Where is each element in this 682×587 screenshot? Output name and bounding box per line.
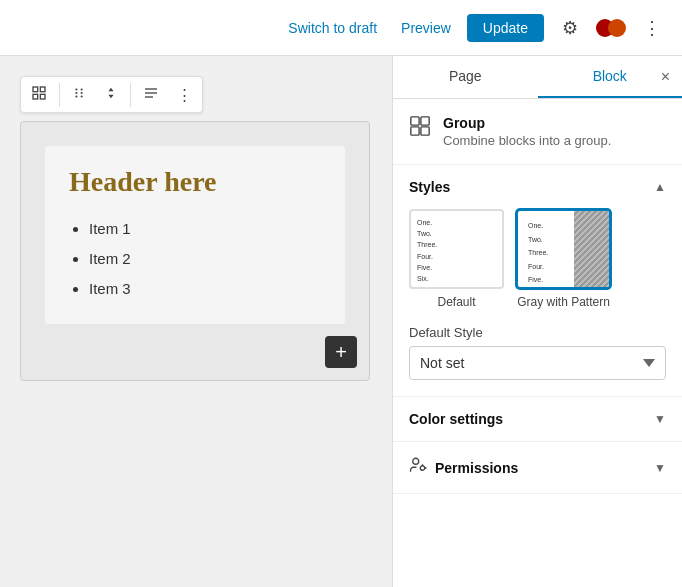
list-item: Item 3: [89, 274, 321, 304]
group-info: Group Combine blocks into a group.: [393, 99, 682, 165]
add-block-button[interactable]: +: [325, 336, 357, 368]
preview-line-gp: Two.: [528, 235, 603, 246]
color-settings-left: Color settings: [409, 411, 503, 427]
ellipsis-icon: ⋮: [643, 17, 661, 39]
preview-line: Five.: [417, 262, 496, 273]
svg-point-7: [81, 92, 83, 94]
list-item: Item 1: [89, 214, 321, 244]
panel-tabs: Page Block ×: [393, 56, 682, 99]
preview-line-gp: Three.: [528, 248, 603, 259]
svg-rect-14: [421, 117, 429, 125]
default-style-select[interactable]: Not set Default Gray with Pattern: [409, 346, 666, 380]
group-icon: [31, 85, 47, 104]
styles-label: Styles: [409, 179, 450, 195]
group-block-button[interactable]: [23, 79, 55, 110]
permissions-chevron-icon: ▼: [654, 461, 666, 475]
preview-line: Four.: [417, 251, 496, 262]
more-options-button[interactable]: ⋮: [634, 10, 670, 46]
preview-line: Six.: [417, 273, 496, 284]
permissions-row[interactable]: Permissions ▼: [393, 442, 682, 494]
preview-line-gp: Four.: [528, 262, 603, 273]
color-settings-label: Color settings: [409, 411, 503, 427]
default-style-label: Default: [437, 295, 475, 309]
content-block: Header here Item 1 Item 2 Item 3 +: [20, 121, 370, 381]
color-settings-row[interactable]: Color settings ▼: [393, 397, 682, 442]
svg-rect-16: [421, 127, 429, 135]
styles-section-body: One. Two. Three. Four. Five. Six. Defaul…: [393, 209, 682, 396]
styles-section-header[interactable]: Styles ▲: [393, 165, 682, 209]
svg-rect-3: [40, 94, 45, 99]
group-desc-text: Combine blocks into a group.: [443, 133, 611, 148]
svg-rect-13: [411, 117, 419, 125]
svg-rect-1: [40, 87, 45, 92]
group-description: Group Combine blocks into a group.: [443, 115, 611, 148]
panel-close-button[interactable]: ×: [657, 64, 674, 90]
align-icon: [143, 85, 159, 104]
preview-line: Three.: [417, 239, 496, 250]
right-panel: Page Block × Group Combine blocks into a…: [392, 56, 682, 587]
move-up-down-button[interactable]: [96, 80, 126, 109]
more-block-options-button[interactable]: ⋮: [169, 80, 200, 110]
svg-point-8: [75, 95, 77, 97]
content-block-inner: Header here Item 1 Item 2 Item 3: [45, 146, 345, 324]
switch-to-draft-button[interactable]: Switch to draft: [280, 14, 385, 42]
yoast-icon: [596, 19, 626, 37]
ellipsis-vertical-icon: ⋮: [177, 86, 192, 104]
editor-area: ⋮ Header here Item 1 Item 2 Item 3 +: [0, 56, 392, 587]
preview-line-gp: Six.: [528, 289, 603, 290]
svg-point-19: [425, 468, 426, 469]
default-style-preview: One. Two. Three. Four. Five. Six.: [409, 209, 504, 289]
settings-button[interactable]: ⚙: [552, 10, 588, 46]
align-button[interactable]: [135, 79, 167, 110]
svg-rect-15: [411, 127, 419, 135]
gear-icon: ⚙: [562, 17, 578, 39]
preview-line-gp: Five.: [528, 275, 603, 286]
block-header: Header here: [69, 166, 321, 198]
list-item: Item 2: [89, 244, 321, 274]
permissions-left: Permissions: [409, 456, 518, 479]
preview-line: One.: [417, 217, 496, 228]
toolbar-divider: [59, 83, 60, 107]
style-option-default[interactable]: One. Two. Three. Four. Five. Six. Defaul…: [409, 209, 504, 309]
drag-icon: [72, 86, 86, 103]
gray-pattern-style-preview: One. Two. Three. Four. Five. Six.: [516, 209, 611, 289]
preview-line: Two.: [417, 228, 496, 239]
svg-point-18: [420, 466, 425, 471]
svg-point-9: [81, 95, 83, 97]
preview-line-gp: One.: [528, 221, 603, 232]
permissions-icon: [409, 456, 427, 479]
drag-handle-button[interactable]: [64, 80, 94, 109]
group-block-icon: [409, 115, 431, 143]
gray-pattern-style-label: Gray with Pattern: [517, 295, 610, 309]
toolbar-divider-2: [130, 83, 131, 107]
permissions-label: Permissions: [435, 460, 518, 476]
svg-rect-0: [33, 87, 38, 92]
update-button[interactable]: Update: [467, 14, 544, 42]
svg-point-17: [413, 458, 419, 464]
svg-point-5: [81, 88, 83, 90]
styles-chevron-icon: ▲: [654, 180, 666, 194]
default-style-select-label: Default Style: [409, 325, 666, 340]
block-list: Item 1 Item 2 Item 3: [69, 214, 321, 304]
plus-icon: +: [335, 341, 347, 364]
svg-point-6: [75, 92, 77, 94]
svg-rect-2: [33, 94, 38, 99]
up-down-icon: [104, 86, 118, 103]
main-area: ⋮ Header here Item 1 Item 2 Item 3 + Pag…: [0, 56, 682, 587]
block-toolbar: ⋮: [20, 76, 203, 113]
style-option-gray-pattern[interactable]: One. Two. Three. Four. Five. Six. Gray w…: [516, 209, 611, 309]
toolbar: Switch to draft Preview Update ⚙ ⋮: [0, 0, 682, 56]
preview-button[interactable]: Preview: [393, 14, 459, 42]
svg-point-4: [75, 88, 77, 90]
group-title: Group: [443, 115, 611, 131]
tab-page[interactable]: Page: [393, 56, 538, 98]
styles-section: Styles ▲ One. Two. Three. Four. Five.: [393, 165, 682, 397]
style-options: One. Two. Three. Four. Five. Six. Defaul…: [409, 209, 666, 309]
color-settings-chevron-icon: ▼: [654, 412, 666, 426]
